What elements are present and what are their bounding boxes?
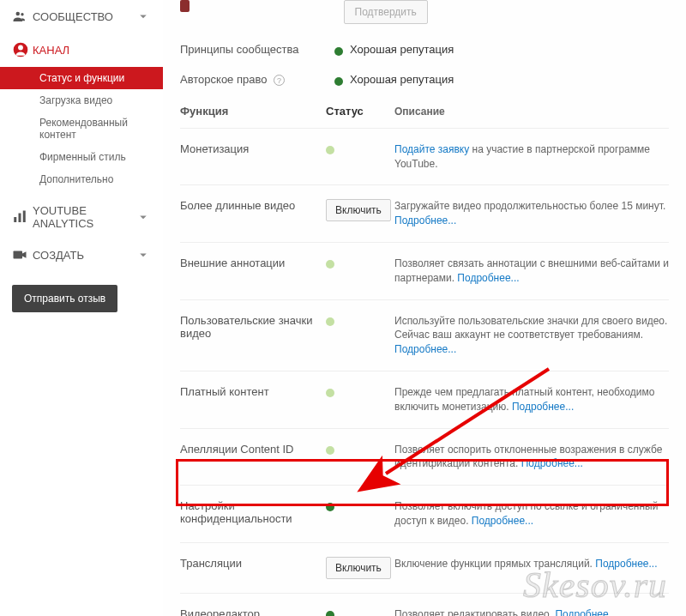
header-feature: Функция <box>180 105 326 119</box>
chevron-down-icon <box>135 209 151 225</box>
svg-point-3 <box>18 45 23 51</box>
header-status: Статус <box>326 105 394 119</box>
confirm-button[interactable]: Подтвердить <box>344 0 428 24</box>
learn-more-link[interactable]: Подробнее... <box>555 608 617 616</box>
feature-row: Апелляции Content IDПозволяет оспорить о… <box>180 428 669 486</box>
sidebar-create-label: СОЗДАТЬ <box>33 249 135 262</box>
badge <box>180 0 190 12</box>
svg-rect-5 <box>19 214 21 223</box>
feature-status <box>326 142 394 154</box>
sidebar-analytics-label: YOUTUBE ANALYTICS <box>33 204 135 230</box>
sidebar-item-analytics[interactable]: YOUTUBE ANALYTICS <box>0 196 163 239</box>
status-dot <box>326 446 334 455</box>
feature-desc: Используйте пользовательские значки для … <box>394 314 669 357</box>
sidebar-sub-recommended[interactable]: Рекомендованный контент <box>0 112 163 146</box>
feature-row: Пользовательские значки видеоИспользуйте… <box>180 299 669 371</box>
feature-row: Платный контентПрежде чем предлагать пла… <box>180 371 669 428</box>
status-dot-green <box>334 77 343 86</box>
feature-status: Включить <box>326 557 394 579</box>
svg-rect-6 <box>23 211 26 223</box>
feature-status: Включить <box>326 199 394 221</box>
status-dot <box>326 611 334 616</box>
learn-more-link[interactable]: Подробнее... <box>394 214 456 226</box>
learn-more-link[interactable]: Подробнее... <box>394 343 456 355</box>
feature-name: Платный контент <box>180 385 326 398</box>
sidebar-sub-advanced[interactable]: Дополнительно <box>0 168 163 190</box>
help-icon[interactable]: ? <box>274 75 285 86</box>
feature-desc: Позволяет оспорить отклоненные возражени… <box>394 443 669 472</box>
enable-button[interactable]: Включить <box>326 199 391 221</box>
sidebar-item-create[interactable]: СОЗДАТЬ <box>0 239 163 271</box>
sidebar-item-channel[interactable]: КАНАЛ <box>0 33 163 67</box>
community-icon <box>12 9 33 24</box>
feature-name: Пользовательские значки видео <box>180 314 326 340</box>
status-dot <box>326 389 334 397</box>
table-header: Функция Статус Описание <box>180 98 669 128</box>
analytics-icon <box>12 209 33 225</box>
learn-more-link[interactable]: Подробнее... <box>457 272 519 284</box>
feature-status <box>326 443 394 455</box>
svg-point-1 <box>21 13 23 15</box>
feature-name: Монетизация <box>180 142 326 155</box>
feature-name: Внешние аннотации <box>180 257 326 269</box>
feature-row: ТрансляцииВключитьВключение функции прям… <box>180 542 669 593</box>
svg-rect-4 <box>14 217 16 222</box>
feature-name: Настройки конфиденциальности <box>180 499 326 525</box>
enable-button[interactable]: Включить <box>326 557 391 579</box>
community-principles-row: Принципы сообщества Хорошая репутация <box>180 38 669 68</box>
header-desc: Описание <box>394 105 669 119</box>
status-dot <box>326 260 334 269</box>
status-dot <box>326 503 334 511</box>
sidebar-channel-label: КАНАЛ <box>33 44 151 57</box>
status-dot <box>326 146 334 154</box>
feature-row: Внешние аннотацииПозволяет связать аннот… <box>180 242 669 299</box>
sidebar-sub-branding[interactable]: Фирменный стиль <box>0 146 163 168</box>
feature-status <box>326 257 394 269</box>
feature-desc: Прежде чем предлагать платный контент, н… <box>394 385 669 414</box>
learn-more-link[interactable]: Подробнее... <box>595 558 657 570</box>
copyright-value: Хорошая репутация <box>350 73 454 86</box>
channel-icon <box>12 41 33 58</box>
feature-name: Апелляции Content ID <box>180 443 326 456</box>
feature-row: МонетизацияПодайте заявку на участие в п… <box>180 128 669 185</box>
feature-desc: Позволяет связать аннотации с внешними в… <box>394 257 669 286</box>
chevron-down-icon <box>135 247 151 263</box>
sidebar-item-community[interactable]: СООБЩЕСТВО <box>0 0 163 33</box>
feature-status <box>326 607 394 616</box>
learn-more-link[interactable]: Подайте заявку <box>394 143 469 155</box>
status-dot <box>326 317 334 326</box>
feature-name: Более длинные видео <box>180 199 326 212</box>
feature-status <box>326 385 394 397</box>
feature-name: Видеоредактор <box>180 607 326 616</box>
sidebar-community-label: СООБЩЕСТВО <box>33 10 135 23</box>
status-dot-green <box>334 47 343 56</box>
feature-desc: Позволяет редактировать видео. Подробнее… <box>394 607 669 616</box>
create-icon <box>12 247 33 263</box>
learn-more-link[interactable]: Подробнее... <box>472 515 533 527</box>
svg-rect-7 <box>14 251 23 259</box>
learn-more-link[interactable]: Подробнее... <box>521 457 583 469</box>
feature-name: Трансляции <box>180 557 326 570</box>
svg-point-0 <box>16 12 21 16</box>
feature-row: Настройки конфиденциальностиПозволяет вк… <box>180 485 669 542</box>
feature-row: Более длинные видеоВключитьЗагружайте ви… <box>180 184 669 242</box>
sidebar-sub-upload[interactable]: Загрузка видео <box>0 89 163 112</box>
sidebar-sub-status[interactable]: Статус и функции <box>0 67 163 89</box>
copyright-label: Авторское право ? <box>180 73 326 86</box>
feature-status <box>326 499 394 511</box>
feature-desc: Включение функции прямых трансляций. Под… <box>394 557 669 571</box>
copyright-row: Авторское право ? Хорошая репутация <box>180 68 669 98</box>
feature-desc: Позволяет включить доступ по ссылке и ог… <box>394 499 669 528</box>
chevron-down-icon <box>135 9 151 24</box>
principles-value: Хорошая репутация <box>350 43 454 56</box>
sidebar-channel-submenu: Статус и функции Загрузка видео Рекоменд… <box>0 67 163 196</box>
feature-desc: Подайте заявку на участие в партнерской … <box>394 142 669 172</box>
feature-row: ВидеоредакторПозволяет редактировать вид… <box>180 593 669 616</box>
feature-status <box>326 314 394 326</box>
feedback-button[interactable]: Отправить отзыв <box>12 285 117 312</box>
feature-desc: Загружайте видео продолжительностью боле… <box>394 199 669 228</box>
learn-more-link[interactable]: Подробнее... <box>512 401 574 413</box>
principles-label: Принципы сообщества <box>180 43 326 56</box>
